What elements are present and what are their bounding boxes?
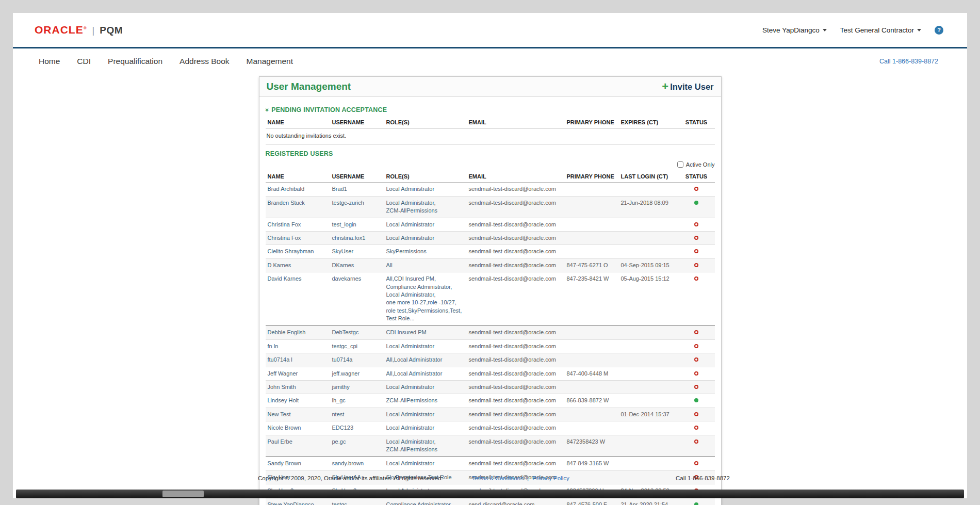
caret-down-icon: [917, 29, 921, 31]
user-name[interactable]: Paul Erbe: [266, 435, 330, 457]
column-header-username: USERNAME: [330, 171, 384, 183]
user-username: christina.fox1: [330, 231, 384, 245]
user-name[interactable]: Branden Stuck: [266, 196, 330, 218]
user-primary-phone: [565, 325, 619, 339]
user-username: DebTestgc: [330, 325, 384, 339]
user-primary-phone: 847-400-6448 M: [565, 367, 619, 380]
nav-item-cdi[interactable]: CDI: [77, 57, 91, 66]
user-email: sendmail-test-discard@oracle.com: [467, 325, 565, 339]
user-status-cell: [678, 231, 715, 245]
table-row: John Smith jsmithy Local Administrator s…: [266, 381, 715, 394]
user-username: testgc: [330, 498, 384, 505]
pending-section-title: PENDING INVITATION ACCEPTANCE: [271, 106, 387, 113]
user-primary-phone: [565, 196, 619, 218]
column-header-last-login: LAST LOGIN (CT): [619, 171, 678, 183]
user-name[interactable]: Lindsey Holt: [266, 394, 330, 408]
brand: ORACLE® | PQM: [35, 24, 123, 36]
user-primary-phone: 847-4576-500 F: [565, 498, 619, 505]
column-header-roles: ROLE(S): [384, 117, 467, 128]
user-name[interactable]: John Smith: [266, 381, 330, 394]
user-roles: Local Administrator, ZCM-AllPermissions: [384, 196, 467, 218]
plus-icon: +: [662, 81, 668, 92]
user-username: Brad1: [330, 183, 384, 196]
user-roles: Local Administrator: [384, 457, 467, 470]
user-primary-phone: 866-839-8872 W: [565, 394, 619, 408]
user-name[interactable]: David Karnes: [266, 272, 330, 326]
scrollbar-thumb[interactable]: [162, 491, 204, 497]
user-roles: Local Administrator: [384, 183, 467, 196]
user-name[interactable]: Nicole Brown: [266, 421, 330, 435]
user-name[interactable]: Cielito Shraybman: [266, 245, 330, 258]
user-roles: All,CDI Insured PM, Compliance Administr…: [384, 272, 467, 326]
status-icon: [694, 412, 698, 416]
invite-user-button[interactable]: + Invite User: [662, 81, 713, 92]
user-roles: Local Administrator: [384, 231, 467, 245]
active-only-checkbox[interactable]: [677, 161, 683, 168]
user-last-login: 21-Apr-2020 21:54: [619, 498, 678, 505]
user-last-login: [619, 245, 678, 258]
user-name[interactable]: Jeff Wagner: [266, 367, 330, 380]
status-icon: [694, 461, 698, 465]
user-name[interactable]: New Test: [266, 408, 330, 421]
user-last-login: [619, 367, 678, 380]
user-primary-phone: [565, 183, 619, 196]
pending-section-toggle[interactable]: » PENDING INVITATION ACCEPTANCE: [266, 106, 715, 113]
app-name: PQM: [100, 25, 123, 36]
org-menu[interactable]: Test General Contractor: [840, 26, 921, 34]
user-username: pe.gc: [330, 435, 384, 457]
nav-item-home[interactable]: Home: [39, 57, 60, 66]
user-roles: Local Administrator: [384, 408, 467, 421]
user-email: sendmail-test-discard@oracle.com: [467, 218, 565, 231]
caret-down-icon: [823, 29, 827, 31]
user-email: sendmail-test-discard@oracle.com: [467, 421, 565, 435]
user-name[interactable]: D Karnes: [266, 258, 330, 272]
user-name[interactable]: Brad Archibald: [266, 183, 330, 196]
user-name[interactable]: Christina Fox: [266, 231, 330, 245]
terms-link[interactable]: Terms & Conditions: [472, 475, 524, 481]
user-status-cell: [678, 421, 715, 435]
user-status-cell: [678, 245, 715, 258]
user-name[interactable]: Steve YapDiangco: [266, 498, 330, 505]
help-icon[interactable]: ?: [935, 26, 943, 35]
invite-user-label: Invite User: [670, 82, 713, 92]
user-name[interactable]: Christina Fox: [266, 218, 330, 231]
table-row: ftu0714a l tu0714a All,Local Administrat…: [266, 353, 715, 367]
registered-section-head: REGISTERED USERS: [266, 150, 715, 157]
active-only-label: Active Only: [686, 161, 715, 168]
status-icon: [694, 222, 698, 226]
user-name[interactable]: fn ln: [266, 339, 330, 353]
registered-users-table: NAME USERNAME ROLE(S) EMAIL PRIMARY PHON…: [266, 171, 715, 505]
column-header-primary-phone: PRIMARY PHONE: [565, 171, 619, 183]
nav-item-prequalification[interactable]: Prequalification: [108, 57, 162, 66]
oracle-logo: ORACLE®: [35, 24, 87, 36]
user-name[interactable]: Sandy Brown: [266, 457, 330, 470]
user-email: sendmail-test-discard@oracle.com: [467, 272, 565, 326]
user-primary-phone: 8472358423 W: [565, 435, 619, 457]
user-last-login: [619, 231, 678, 245]
nav-item-management[interactable]: Management: [247, 57, 293, 66]
bottom-scrollbar[interactable]: [16, 490, 964, 498]
column-header-expires: EXPIRES (CT): [619, 117, 678, 128]
page-title: User Management: [267, 81, 351, 92]
status-icon: [694, 236, 698, 240]
user-status-cell: [678, 381, 715, 394]
status-icon: [694, 426, 698, 430]
user-status-cell: [678, 196, 715, 218]
user-last-login: [619, 457, 678, 470]
column-header-name: NAME: [266, 171, 330, 183]
table-row: D Karnes DKarnes All sendmail-test-disca…: [266, 258, 715, 272]
user-name[interactable]: Debbie English: [266, 325, 330, 339]
user-email: sendmail-test-discard@oracle.com: [467, 381, 565, 394]
user-menu[interactable]: Steve YapDiangco: [762, 26, 827, 34]
nav-item-address-book[interactable]: Address Book: [179, 57, 230, 66]
call-phone-link[interactable]: Call 1-866-839-8872: [879, 58, 938, 65]
user-status-cell: [678, 258, 715, 272]
user-primary-phone: [565, 231, 619, 245]
user-roles: Local Administrator: [384, 339, 467, 353]
table-row: Brad Archibald Brad1 Local Administrator…: [266, 183, 715, 196]
active-only-filter: Active Only: [266, 161, 715, 168]
user-email: sendmail-test-discard@oracle.com: [467, 353, 565, 367]
privacy-link[interactable]: Privacy Policy: [532, 475, 569, 481]
user-name[interactable]: ftu0714a l: [266, 353, 330, 367]
user-primary-phone: 847-849-3165 W: [565, 457, 619, 470]
